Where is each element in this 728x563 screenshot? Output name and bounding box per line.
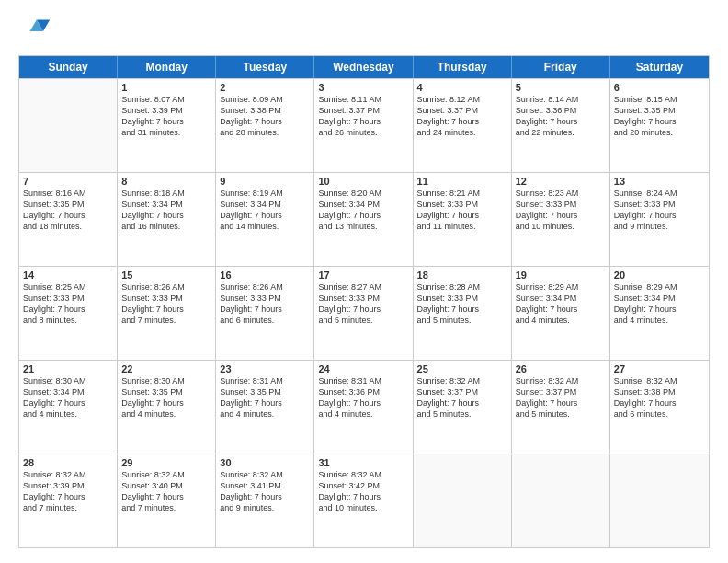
day-number: 27 xyxy=(614,363,705,374)
day-info: Sunrise: 8:11 AM Sunset: 3:37 PM Dayligh… xyxy=(318,94,408,139)
day-number: 26 xyxy=(516,363,606,374)
calendar-cell: 5Sunrise: 8:14 AM Sunset: 3:36 PM Daylig… xyxy=(512,79,610,172)
calendar-cell xyxy=(414,454,512,547)
day-info: Sunrise: 8:32 AM Sunset: 3:41 PM Dayligh… xyxy=(220,469,310,514)
day-number: 6 xyxy=(614,82,705,93)
day-info: Sunrise: 8:30 AM Sunset: 3:34 PM Dayligh… xyxy=(23,375,113,420)
day-number: 16 xyxy=(220,270,310,281)
day-number: 11 xyxy=(417,176,507,187)
calendar-header: SundayMondayTuesdayWednesdayThursdayFrid… xyxy=(19,56,709,78)
day-info: Sunrise: 8:32 AM Sunset: 3:37 PM Dayligh… xyxy=(417,375,507,420)
day-info: Sunrise: 8:19 AM Sunset: 3:34 PM Dayligh… xyxy=(220,188,310,233)
day-info: Sunrise: 8:30 AM Sunset: 3:35 PM Dayligh… xyxy=(121,375,211,420)
calendar-cell xyxy=(610,454,709,547)
day-number: 18 xyxy=(417,270,507,281)
calendar-cell: 24Sunrise: 8:31 AM Sunset: 3:36 PM Dayli… xyxy=(314,361,413,454)
day-number: 23 xyxy=(220,363,310,374)
day-number: 9 xyxy=(220,176,310,187)
day-number: 4 xyxy=(417,82,507,93)
day-info: Sunrise: 8:12 AM Sunset: 3:37 PM Dayligh… xyxy=(417,94,507,139)
day-info: Sunrise: 8:29 AM Sunset: 3:34 PM Dayligh… xyxy=(614,282,705,327)
day-number: 24 xyxy=(318,363,408,374)
calendar-day-header: Monday xyxy=(118,56,216,78)
day-info: Sunrise: 8:27 AM Sunset: 3:33 PM Dayligh… xyxy=(318,282,408,327)
calendar-cell: 25Sunrise: 8:32 AM Sunset: 3:37 PM Dayli… xyxy=(414,361,512,454)
day-number: 13 xyxy=(614,176,705,187)
calendar-day-header: Thursday xyxy=(414,56,512,78)
calendar-week-row: 1Sunrise: 8:07 AM Sunset: 3:39 PM Daylig… xyxy=(19,78,709,172)
calendar-cell: 15Sunrise: 8:26 AM Sunset: 3:33 PM Dayli… xyxy=(118,267,216,360)
day-info: Sunrise: 8:31 AM Sunset: 3:36 PM Dayligh… xyxy=(318,375,408,420)
calendar-week-row: 28Sunrise: 8:32 AM Sunset: 3:39 PM Dayli… xyxy=(19,454,709,547)
calendar-cell: 21Sunrise: 8:30 AM Sunset: 3:34 PM Dayli… xyxy=(19,361,118,454)
day-number: 15 xyxy=(121,270,211,281)
day-info: Sunrise: 8:23 AM Sunset: 3:33 PM Dayligh… xyxy=(516,188,606,233)
day-number: 28 xyxy=(23,457,113,468)
day-info: Sunrise: 8:26 AM Sunset: 3:33 PM Dayligh… xyxy=(220,282,310,327)
calendar-cell: 30Sunrise: 8:32 AM Sunset: 3:41 PM Dayli… xyxy=(216,454,314,547)
day-info: Sunrise: 8:32 AM Sunset: 3:39 PM Dayligh… xyxy=(23,469,113,514)
day-number: 8 xyxy=(121,176,211,187)
calendar-cell: 23Sunrise: 8:31 AM Sunset: 3:35 PM Dayli… xyxy=(216,361,314,454)
calendar-cell xyxy=(19,79,118,172)
day-number: 19 xyxy=(516,270,606,281)
calendar-cell: 14Sunrise: 8:25 AM Sunset: 3:33 PM Dayli… xyxy=(19,267,118,360)
day-number: 10 xyxy=(318,176,408,187)
day-info: Sunrise: 8:24 AM Sunset: 3:33 PM Dayligh… xyxy=(614,188,705,233)
calendar-cell: 1Sunrise: 8:07 AM Sunset: 3:39 PM Daylig… xyxy=(118,79,216,172)
calendar-cell: 9Sunrise: 8:19 AM Sunset: 3:34 PM Daylig… xyxy=(216,173,314,266)
day-number: 29 xyxy=(121,457,211,468)
calendar-cell: 13Sunrise: 8:24 AM Sunset: 3:33 PM Dayli… xyxy=(610,173,709,266)
calendar-cell: 16Sunrise: 8:26 AM Sunset: 3:33 PM Dayli… xyxy=(216,267,314,360)
calendar-cell: 28Sunrise: 8:32 AM Sunset: 3:39 PM Dayli… xyxy=(19,454,118,547)
calendar-cell: 22Sunrise: 8:30 AM Sunset: 3:35 PM Dayli… xyxy=(118,361,216,454)
day-info: Sunrise: 8:16 AM Sunset: 3:35 PM Dayligh… xyxy=(23,188,113,233)
calendar-cell: 7Sunrise: 8:16 AM Sunset: 3:35 PM Daylig… xyxy=(19,173,118,266)
day-info: Sunrise: 8:15 AM Sunset: 3:35 PM Dayligh… xyxy=(614,94,705,139)
day-number: 21 xyxy=(23,363,113,374)
day-number: 7 xyxy=(23,176,113,187)
day-number: 12 xyxy=(516,176,606,187)
calendar-cell: 8Sunrise: 8:18 AM Sunset: 3:34 PM Daylig… xyxy=(118,173,216,266)
calendar-week-row: 7Sunrise: 8:16 AM Sunset: 3:35 PM Daylig… xyxy=(19,172,709,266)
calendar-cell: 17Sunrise: 8:27 AM Sunset: 3:33 PM Dayli… xyxy=(314,267,413,360)
day-number: 25 xyxy=(417,363,507,374)
day-info: Sunrise: 8:26 AM Sunset: 3:33 PM Dayligh… xyxy=(121,282,211,327)
header xyxy=(18,15,710,48)
logo-icon xyxy=(18,15,51,48)
day-info: Sunrise: 8:09 AM Sunset: 3:38 PM Dayligh… xyxy=(220,94,310,139)
calendar-day-header: Saturday xyxy=(610,56,709,78)
day-info: Sunrise: 8:14 AM Sunset: 3:36 PM Dayligh… xyxy=(516,94,606,139)
day-info: Sunrise: 8:32 AM Sunset: 3:42 PM Dayligh… xyxy=(318,469,408,514)
day-number: 30 xyxy=(220,457,310,468)
day-info: Sunrise: 8:07 AM Sunset: 3:39 PM Dayligh… xyxy=(121,94,211,139)
calendar-body: 1Sunrise: 8:07 AM Sunset: 3:39 PM Daylig… xyxy=(19,78,709,547)
calendar-day-header: Sunday xyxy=(19,56,118,78)
day-info: Sunrise: 8:32 AM Sunset: 3:37 PM Dayligh… xyxy=(516,375,606,420)
calendar-day-header: Wednesday xyxy=(314,56,413,78)
day-number: 1 xyxy=(121,82,211,93)
day-number: 14 xyxy=(23,270,113,281)
calendar-cell: 29Sunrise: 8:32 AM Sunset: 3:40 PM Dayli… xyxy=(118,454,216,547)
calendar-cell: 11Sunrise: 8:21 AM Sunset: 3:33 PM Dayli… xyxy=(414,173,512,266)
calendar-week-row: 21Sunrise: 8:30 AM Sunset: 3:34 PM Dayli… xyxy=(19,360,709,454)
calendar-cell: 19Sunrise: 8:29 AM Sunset: 3:34 PM Dayli… xyxy=(512,267,610,360)
calendar-cell: 27Sunrise: 8:32 AM Sunset: 3:38 PM Dayli… xyxy=(610,361,709,454)
calendar-cell: 10Sunrise: 8:20 AM Sunset: 3:34 PM Dayli… xyxy=(314,173,413,266)
day-number: 3 xyxy=(318,82,408,93)
day-info: Sunrise: 8:25 AM Sunset: 3:33 PM Dayligh… xyxy=(23,282,113,327)
calendar-cell: 2Sunrise: 8:09 AM Sunset: 3:38 PM Daylig… xyxy=(216,79,314,172)
day-number: 2 xyxy=(220,82,310,93)
calendar-cell: 18Sunrise: 8:28 AM Sunset: 3:33 PM Dayli… xyxy=(414,267,512,360)
day-info: Sunrise: 8:32 AM Sunset: 3:40 PM Dayligh… xyxy=(121,469,211,514)
day-info: Sunrise: 8:28 AM Sunset: 3:33 PM Dayligh… xyxy=(417,282,507,327)
calendar-cell: 20Sunrise: 8:29 AM Sunset: 3:34 PM Dayli… xyxy=(610,267,709,360)
day-info: Sunrise: 8:29 AM Sunset: 3:34 PM Dayligh… xyxy=(516,282,606,327)
day-info: Sunrise: 8:21 AM Sunset: 3:33 PM Dayligh… xyxy=(417,188,507,233)
calendar-cell: 4Sunrise: 8:12 AM Sunset: 3:37 PM Daylig… xyxy=(414,79,512,172)
calendar-day-header: Friday xyxy=(512,56,610,78)
page: SundayMondayTuesdayWednesdayThursdayFrid… xyxy=(0,0,728,563)
calendar-cell: 26Sunrise: 8:32 AM Sunset: 3:37 PM Dayli… xyxy=(512,361,610,454)
day-info: Sunrise: 8:31 AM Sunset: 3:35 PM Dayligh… xyxy=(220,375,310,420)
calendar-cell: 31Sunrise: 8:32 AM Sunset: 3:42 PM Dayli… xyxy=(314,454,413,547)
